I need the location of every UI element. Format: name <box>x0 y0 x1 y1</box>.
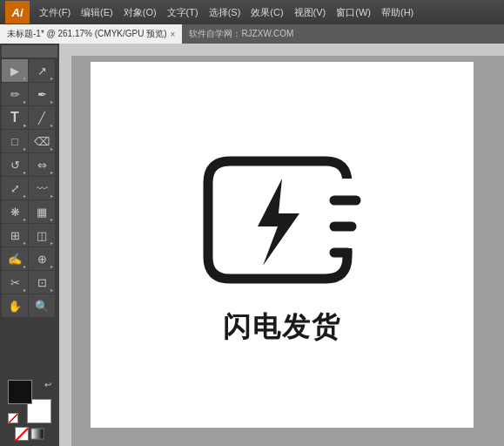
canvas-area: 闪电发货 <box>59 44 504 446</box>
menu-object[interactable]: 对象(O) <box>119 4 161 21</box>
symbol-tool[interactable]: ❋▸ <box>2 200 28 223</box>
type-tool[interactable]: T▸ <box>2 106 28 129</box>
tool-row-11: ✋ 🔍 <box>2 294 57 317</box>
menu-effect[interactable]: 效果(C) <box>246 4 287 21</box>
tool-row-6: ⤢▸ 〰▸ <box>2 177 57 199</box>
svg-rect-0 <box>31 429 44 439</box>
top-ruler <box>59 44 504 56</box>
direct-selection-tool[interactable]: ↗▸ <box>29 59 55 82</box>
menu-window[interactable]: 窗口(W) <box>332 4 375 21</box>
gradient-icon[interactable] <box>30 427 44 441</box>
svg-rect-1 <box>330 179 356 248</box>
title-bar: Ai 文件(F) 编辑(E) 对象(O) 文字(T) 选择(S) 效果(C) 视… <box>0 0 504 24</box>
left-toolbar: ▶▸ ↗▸ ✏▸ ✒▸ T▸ ╱▸ □▸ ⌫▸ ↺▸ ⇔▸ ⤢▸ 〰▸ ❋▸ ▦… <box>0 44 59 446</box>
reflect-tool[interactable]: ⇔▸ <box>29 153 55 176</box>
tool-row-10: ✂▸ ⊡▸ <box>2 271 57 294</box>
zoom-tool[interactable]: 🔍 <box>29 294 55 317</box>
menu-select[interactable]: 选择(S) <box>205 4 245 21</box>
tool-row-9: ✍▸ ⊕▸ <box>2 247 57 270</box>
menu-edit[interactable]: 编辑(E) <box>77 4 118 21</box>
active-tab[interactable]: 未标题-1* @ 261.17% (CMYK/GPU 预览) × <box>0 24 182 44</box>
eyedropper-tool[interactable]: ✍▸ <box>2 247 28 270</box>
none-stroke-icon[interactable] <box>15 427 29 441</box>
tool-row-1: ▶▸ ↗▸ <box>2 59 57 82</box>
menu-view[interactable]: 视图(V) <box>290 4 331 21</box>
blend-tool[interactable]: ⊕▸ <box>29 247 55 270</box>
rotate-tool[interactable]: ↺▸ <box>2 153 28 176</box>
menu-help[interactable]: 帮助(H) <box>377 4 418 21</box>
tab-separator: 软件自学网：RJZXW.COM <box>182 24 504 44</box>
mesh-tool[interactable]: ⊞▸ <box>2 224 28 247</box>
reset-colors-icon[interactable]: ↩ <box>44 380 51 389</box>
selection-tool[interactable]: ▶▸ <box>2 59 28 82</box>
tool-row-3: T▸ ╱▸ <box>2 106 57 129</box>
main-area: ▶▸ ↗▸ ✏▸ ✒▸ T▸ ╱▸ □▸ ⌫▸ ↺▸ ⇔▸ ⤢▸ 〰▸ ❋▸ ▦… <box>0 44 504 446</box>
warp-tool[interactable]: 〰▸ <box>29 177 55 199</box>
tool-row-7: ❋▸ ▦▸ <box>2 200 57 223</box>
website-label: 软件自学网：RJZXW.COM <box>189 28 293 40</box>
icon-container <box>195 144 369 300</box>
tool-row-8: ⊞▸ ◫▸ <box>2 224 57 247</box>
toolbar-ruler <box>2 45 57 57</box>
menu-bar: 文件(F) 编辑(E) 对象(O) 文字(T) 选择(S) 效果(C) 视图(V… <box>35 4 499 21</box>
pen-tool[interactable]: ✏▸ <box>2 83 28 105</box>
gradient-tool[interactable]: ◫▸ <box>29 224 55 247</box>
artboard-tool[interactable]: ⊡▸ <box>29 271 55 294</box>
icon-label: 闪电发货 <box>223 308 341 347</box>
foreground-color-swatch[interactable] <box>8 380 32 404</box>
menu-file[interactable]: 文件(F) <box>35 4 75 21</box>
add-anchor-tool[interactable]: ✒▸ <box>29 83 55 105</box>
tool-row-5: ↺▸ ⇔▸ <box>2 153 57 176</box>
rectangle-tool[interactable]: □▸ <box>2 130 28 152</box>
hand-tool[interactable]: ✋ <box>2 294 28 317</box>
swap-colors-icon[interactable] <box>8 413 18 423</box>
menu-type[interactable]: 文字(T) <box>163 4 203 21</box>
tool-row-2: ✏▸ ✒▸ <box>2 83 57 105</box>
tool-row-4: □▸ ⌫▸ <box>2 130 57 152</box>
app-logo: Ai <box>5 1 30 24</box>
color-area: ↩ <box>2 373 57 444</box>
scissors-tool[interactable]: ✂▸ <box>2 271 28 294</box>
canvas-content[interactable]: 闪电发货 <box>91 62 474 428</box>
line-tool[interactable]: ╱▸ <box>29 106 55 129</box>
scale-tool[interactable]: ⤢▸ <box>2 177 28 199</box>
tab-bar: 未标题-1* @ 261.17% (CMYK/GPU 预览) × 软件自学网：R… <box>0 24 504 44</box>
left-ruler <box>59 56 71 446</box>
tab-close-button[interactable]: × <box>171 30 176 39</box>
tab-title: 未标题-1* @ 261.17% (CMYK/GPU 预览) <box>7 28 167 40</box>
eraser-tool[interactable]: ⌫▸ <box>29 130 55 152</box>
column-graph-tool[interactable]: ▦▸ <box>29 200 55 223</box>
